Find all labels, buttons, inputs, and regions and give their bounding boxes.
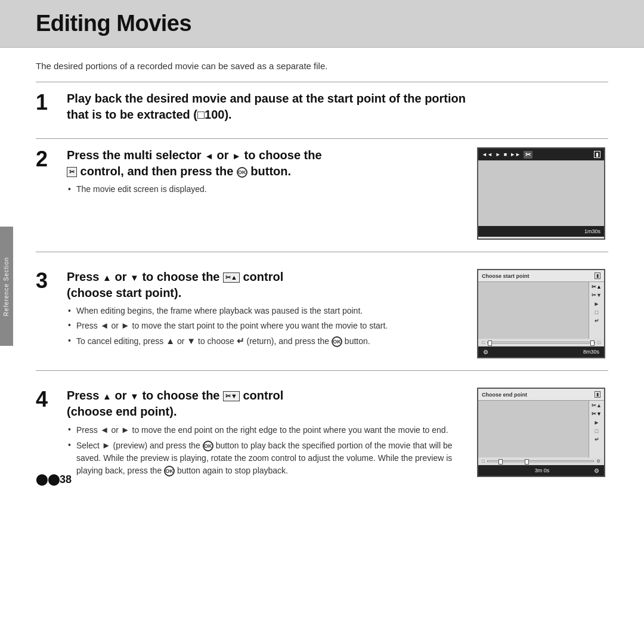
screen3-toolbar: Choose end point ▮ bbox=[478, 389, 604, 401]
save-icon: □ bbox=[595, 310, 598, 315]
screen2-bottom: ⚙ 8m30s bbox=[478, 346, 604, 357]
step-2-text: Press the multi selector ◄ or ► to choos… bbox=[67, 147, 465, 197]
screen3-progress: □ ⚙ bbox=[478, 457, 604, 465]
screen3-track bbox=[487, 460, 594, 462]
play-sidebar-icon: ► bbox=[594, 301, 600, 307]
step-number-2: 2 bbox=[36, 147, 67, 170]
step-1-content: Play back the desired movie and pause at… bbox=[67, 91, 608, 126]
step-2-image: ◄◄ ► ■ ►► ✂ ▮ 1m30s bbox=[477, 147, 608, 240]
stop-icon: ■ bbox=[504, 151, 507, 157]
screen3-battery: ▮ bbox=[595, 391, 600, 398]
rewind-icon: ◄◄ bbox=[482, 151, 493, 157]
screen2-progress-end: □ bbox=[597, 340, 600, 345]
screen2-gear-icon: ⚙ bbox=[483, 349, 488, 355]
screen2-viewport bbox=[478, 282, 589, 339]
start-ctrl-icon: ✂▲ bbox=[223, 273, 240, 283]
divider-1 bbox=[36, 82, 608, 82]
battery-icon: ▮ bbox=[594, 151, 600, 158]
s3-save-icon: □ bbox=[595, 429, 598, 434]
screen2-battery: ▮ bbox=[595, 273, 600, 279]
step-4-text: Press ▲ or ▼ to choose the ✂▼ control (c… bbox=[67, 388, 465, 479]
return-icon: ↵ bbox=[595, 318, 599, 324]
step-3-bullet-1: When editing begins, the frame where pla… bbox=[67, 305, 465, 317]
s3-play-icon: ► bbox=[594, 420, 600, 426]
s3-return-icon: ↵ bbox=[595, 437, 599, 442]
step-3-text: Press ▲ or ▼ to choose the ✂▲ control (c… bbox=[67, 269, 465, 349]
step-4-content: Press ▲ or ▼ to choose the ✂▼ control (c… bbox=[67, 388, 608, 479]
screen2-toolbar: Choose start point ▮ bbox=[478, 270, 604, 282]
ok-button-icon: OK bbox=[237, 167, 247, 178]
step-number-3: 3 bbox=[36, 269, 67, 292]
screen3-progress-end: ⚙ bbox=[596, 459, 600, 464]
divider-3 bbox=[36, 252, 608, 261]
camera-screen-3: Choose end point ▮ ✂▲ ✂▼ ► □ ↵ bbox=[477, 388, 605, 477]
screen1-toolbar: ◄◄ ► ■ ►► ✂ ▮ bbox=[478, 148, 604, 160]
screen3-sidebar: ✂▲ ✂▼ ► □ ↵ bbox=[589, 401, 604, 457]
divider-4 bbox=[36, 370, 608, 379]
screen3-bottom: 3m 0s ⚙ bbox=[478, 465, 604, 476]
ok-icon-s4: OK bbox=[203, 441, 213, 451]
scissors-icon: ✂ bbox=[67, 167, 77, 177]
end-ctrl-icon: ✂▼ bbox=[223, 391, 240, 401]
ok-icon-s4b: OK bbox=[164, 466, 175, 476]
step-2: 2 Press the multi selector ◄ or ► to cho… bbox=[36, 147, 608, 246]
ffwd-icon: ►► bbox=[510, 151, 521, 157]
step-3-image: Choose start point ▮ ✂▲ ✂▼ ► □ ↵ bbox=[477, 269, 608, 358]
screen2-label: Choose start point bbox=[482, 273, 530, 279]
footer-page-ref: ⬤⬤38 bbox=[36, 473, 72, 485]
step-4-bullet-2: Select ► (preview) and press the OK butt… bbox=[67, 439, 465, 478]
page-footer: ⬤⬤38 bbox=[36, 473, 72, 486]
step-3-content: Press ▲ or ▼ to choose the ✂▲ control (c… bbox=[67, 269, 608, 358]
screen3-main: ✂▲ ✂▼ ► □ ↵ bbox=[478, 401, 604, 457]
step-3-bullet-3: To cancel editing, press ▲ or ▼ to choos… bbox=[67, 335, 465, 348]
screen2-sidebar: ✂▲ ✂▼ ► □ ↵ bbox=[589, 282, 604, 339]
step-3: 3 Press ▲ or ▼ to choose the ✂▲ control … bbox=[36, 269, 608, 364]
screen2-time: 8m30s bbox=[583, 349, 599, 355]
screen2-track bbox=[487, 342, 595, 343]
step-2-content: Press the multi selector ◄ or ► to choos… bbox=[67, 147, 608, 240]
screen1-icons: ◄◄ ► ■ ►► ✂ bbox=[482, 151, 532, 159]
step-2-bullets: The movie edit screen is displayed. bbox=[67, 183, 465, 196]
end-cut-icon: ✂▼ bbox=[592, 293, 602, 298]
screen3-progress-start: □ bbox=[482, 459, 485, 464]
step-2-bullet-1: The movie edit screen is displayed. bbox=[67, 183, 465, 196]
step-2-layout: Press the multi selector ◄ or ► to choos… bbox=[67, 147, 608, 240]
screen2-progress: □ □ bbox=[478, 339, 604, 346]
ok-icon-s3: OK bbox=[332, 336, 342, 347]
step-number-1: 1 bbox=[36, 91, 67, 113]
screen1-bottom: 1m30s bbox=[478, 226, 604, 237]
screen2-handle-left bbox=[488, 340, 492, 346]
page-title: Editing Movies bbox=[36, 11, 614, 36]
step-4-title: Press ▲ or ▼ to choose the ✂▼ control (c… bbox=[67, 388, 465, 420]
step-3-title: Press ▲ or ▼ to choose the ✂▲ control (c… bbox=[67, 269, 465, 301]
screen3-handle-right bbox=[525, 459, 529, 465]
step-2-title: Press the multi selector ◄ or ► to choos… bbox=[67, 147, 465, 179]
divider-2 bbox=[36, 138, 608, 139]
step-4-layout: Press ▲ or ▼ to choose the ✂▼ control (c… bbox=[67, 388, 608, 479]
screen2-main: ✂▲ ✂▼ ► □ ↵ bbox=[478, 282, 604, 339]
reference-sidebar: Reference Section bbox=[0, 227, 13, 346]
s3-start-cut-icon: ✂▲ bbox=[592, 403, 602, 408]
reference-label: Reference Section bbox=[4, 256, 10, 315]
step-3-layout: Press ▲ or ▼ to choose the ✂▲ control (c… bbox=[67, 269, 608, 358]
step-3-bullet-2: Press ◄ or ► to move the start point to … bbox=[67, 319, 465, 333]
screen3-label: Choose end point bbox=[482, 392, 527, 398]
screen1-viewport bbox=[478, 160, 604, 226]
camera-screen-1: ◄◄ ► ■ ►► ✂ ▮ 1m30s bbox=[477, 147, 605, 240]
screen3-handle-left bbox=[499, 459, 503, 465]
step-4-image: Choose end point ▮ ✂▲ ✂▼ ► □ ↵ bbox=[477, 388, 608, 477]
screen3-viewport bbox=[478, 401, 589, 457]
intro-text: The desired portions of a recorded movie… bbox=[36, 61, 608, 71]
camera-screen-2: Choose start point ▮ ✂▲ ✂▼ ► □ ↵ bbox=[477, 269, 605, 358]
step-1-title: Play back the desired movie and pause at… bbox=[67, 91, 608, 123]
step-number-4: 4 bbox=[36, 388, 67, 410]
screen3-time: 3m 0s bbox=[535, 467, 550, 473]
start-cut-icon: ✂▲ bbox=[592, 284, 602, 290]
step-4: 4 Press ▲ or ▼ to choose the ✂▼ control … bbox=[36, 388, 608, 485]
step-4-bullet-1: Press ◄ or ► to move the end point on th… bbox=[67, 423, 465, 437]
step-1: 1 Play back the desired movie and pause … bbox=[36, 91, 608, 132]
screen1-time: 1m30s bbox=[584, 228, 600, 234]
screen3-gear-icon: ⚙ bbox=[594, 467, 599, 474]
screen2-progress-start: □ bbox=[482, 340, 485, 345]
s3-end-cut-icon: ✂▼ bbox=[592, 411, 602, 417]
